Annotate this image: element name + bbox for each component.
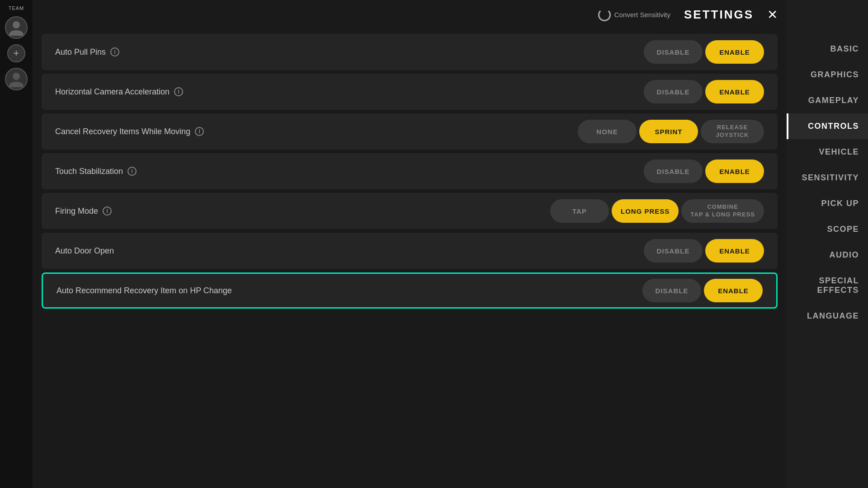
setting-row-auto-pull-pins: Auto Pull Pins i DISABLE ENABLE — [42, 34, 778, 70]
main-content: Auto Pull Pins i DISABLE ENABLE Horizont… — [33, 29, 787, 488]
setting-label-touch-stabilization: Touch Stabilization i — [55, 167, 137, 176]
nav-item-special-effects[interactable]: SPECIAL EFFECTS — [787, 268, 868, 303]
cancel-recovery-sprint[interactable]: SPRINT — [639, 120, 698, 143]
auto-pull-pins-disable[interactable]: DISABLE — [644, 40, 703, 64]
auto-door-open-disable[interactable]: DISABLE — [644, 239, 703, 263]
horizontal-camera-disable[interactable]: DISABLE — [644, 80, 703, 103]
info-icon-auto-pull-pins[interactable]: i — [110, 47, 119, 56]
nav-item-scope[interactable]: SCOPE — [787, 216, 868, 242]
info-icon-firing-mode[interactable]: i — [103, 206, 112, 216]
nav-item-pickup[interactable]: PICK UP — [787, 191, 868, 216]
nav-item-language[interactable]: LANGUAGE — [787, 303, 868, 329]
nav-item-sensitivity[interactable]: SENSITIVITY — [787, 165, 868, 191]
nav-item-basic[interactable]: BASIC — [787, 36, 868, 62]
nav-item-vehicle[interactable]: VEHICLE — [787, 139, 868, 165]
touch-stabilization-enable[interactable]: ENABLE — [705, 160, 764, 183]
nav-item-audio[interactable]: AUDIO — [787, 242, 868, 268]
setting-label-firing-mode: Firing Mode i — [55, 206, 112, 216]
info-icon-cancel-recovery[interactable]: i — [195, 127, 204, 136]
touch-stabilization-disable[interactable]: DISABLE — [644, 160, 703, 183]
team-member-avatar — [5, 68, 28, 90]
convert-sensitivity-label: Convert Sensitivity — [614, 11, 670, 19]
nav-item-controls[interactable]: CONTROLS — [787, 113, 868, 139]
auto-recommend-recovery-enable[interactable]: ENABLE — [704, 279, 763, 302]
controls-auto-door-open: DISABLE ENABLE — [644, 239, 764, 263]
controls-auto-pull-pins: DISABLE ENABLE — [644, 40, 764, 64]
nav-item-graphics[interactable]: GRAPHICS — [787, 62, 868, 88]
firing-mode-long-press[interactable]: LONG PRESS — [612, 199, 679, 223]
close-button[interactable]: ✕ — [767, 7, 778, 22]
add-team-button[interactable]: + — [7, 44, 25, 62]
right-nav: BASIC GRAPHICS GAMEPLAY CONTROLS VEHICLE… — [787, 0, 868, 488]
controls-auto-recommend-recovery: DISABLE ENABLE — [642, 279, 763, 302]
svg-point-1 — [13, 73, 20, 80]
setting-label-cancel-recovery: Cancel Recovery Items While Moving i — [55, 127, 204, 136]
setting-row-firing-mode: Firing Mode i TAP LONG PRESS COMBINETAP … — [42, 193, 778, 229]
firing-mode-tap[interactable]: TAP — [550, 199, 609, 223]
setting-row-horizontal-camera: Horizontal Camera Acceleration i DISABLE… — [42, 74, 778, 110]
convert-sensitivity-button[interactable]: Convert Sensitivity — [598, 9, 670, 21]
setting-label-auto-door-open: Auto Door Open — [55, 246, 114, 256]
setting-row-auto-recommend-recovery: Auto Recommend Recovery Item on HP Chang… — [42, 272, 778, 309]
svg-point-0 — [13, 21, 20, 28]
controls-touch-stabilization: DISABLE ENABLE — [644, 160, 764, 183]
auto-door-open-enable[interactable]: ENABLE — [705, 239, 764, 263]
cancel-recovery-none[interactable]: NONE — [578, 120, 637, 143]
nav-item-gameplay[interactable]: GAMEPLAY — [787, 88, 868, 113]
settings-title: SETTINGS — [684, 8, 754, 22]
horizontal-camera-enable[interactable]: ENABLE — [705, 80, 764, 103]
firing-mode-combine[interactable]: COMBINETAP & LONG PRESS — [681, 199, 764, 223]
auto-recommend-recovery-disable[interactable]: DISABLE — [642, 279, 701, 302]
setting-row-touch-stabilization: Touch Stabilization i DISABLE ENABLE — [42, 153, 778, 189]
setting-label-auto-pull-pins: Auto Pull Pins i — [55, 47, 119, 57]
setting-label-horizontal-camera: Horizontal Camera Acceleration i — [55, 87, 183, 97]
top-header: Convert Sensitivity SETTINGS ✕ — [33, 0, 787, 29]
cancel-recovery-release-joystick[interactable]: RELEASEJOYSTICK — [701, 120, 764, 143]
team-label: TEAM — [9, 5, 24, 11]
controls-firing-mode: TAP LONG PRESS COMBINETAP & LONG PRESS — [550, 199, 764, 223]
controls-horizontal-camera: DISABLE ENABLE — [644, 80, 764, 103]
player-avatar — [5, 16, 28, 39]
info-icon-horizontal-camera[interactable]: i — [174, 87, 183, 96]
auto-pull-pins-enable[interactable]: ENABLE — [705, 40, 764, 64]
info-icon-touch-stabilization[interactable]: i — [127, 167, 137, 176]
setting-label-auto-recommend-recovery: Auto Recommend Recovery Item on HP Chang… — [57, 286, 232, 296]
convert-icon — [598, 9, 611, 21]
left-sidebar: TEAM + — [0, 0, 33, 488]
controls-cancel-recovery: NONE SPRINT RELEASEJOYSTICK — [578, 120, 764, 143]
setting-row-auto-door-open: Auto Door Open DISABLE ENABLE — [42, 233, 778, 269]
setting-row-cancel-recovery: Cancel Recovery Items While Moving i NON… — [42, 113, 778, 150]
